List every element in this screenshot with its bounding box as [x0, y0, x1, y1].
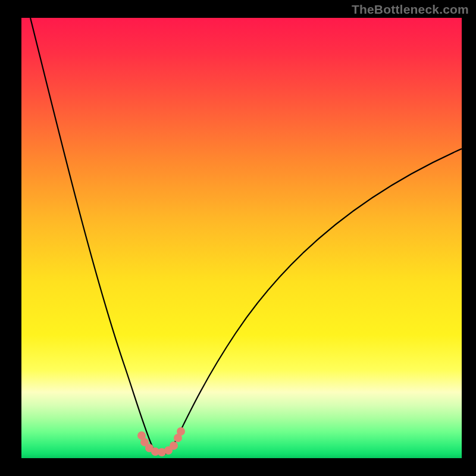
chart-frame: TheBottleneck.com	[0, 0, 476, 476]
svg-point-6	[170, 441, 178, 450]
svg-point-8	[177, 427, 185, 436]
bottleneck-left-branch	[30, 18, 154, 449]
watermark-text: TheBottleneck.com	[352, 2, 469, 17]
valley-markers	[137, 427, 185, 456]
bottleneck-right-branch	[171, 149, 462, 449]
plot-area	[21, 18, 462, 458]
curve-svg	[21, 18, 462, 458]
